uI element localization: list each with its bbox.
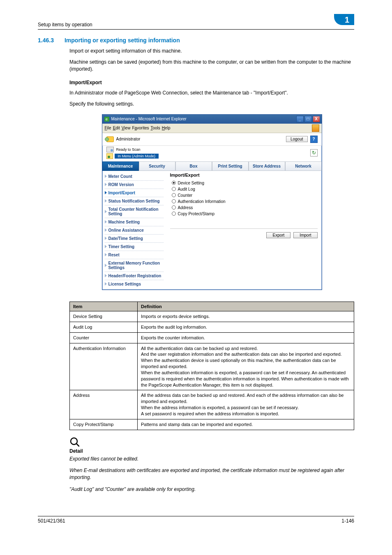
cell-definition: All the address data can be backed up an… (138, 390, 354, 419)
detail-label: Detail (69, 448, 354, 454)
radio-icon (172, 187, 176, 191)
content-title: Import/Export (170, 173, 318, 178)
sidebar-item-meter-count[interactable]: Meter Count (105, 173, 164, 181)
tab-security[interactable]: Security (139, 161, 175, 171)
radio-label: Device Setting (178, 181, 204, 185)
close-button[interactable]: X (313, 116, 320, 122)
detail-icon (69, 437, 354, 447)
chevron-right-icon (105, 228, 107, 232)
radio-authentication-information[interactable]: Authentication Information (170, 198, 318, 205)
sidebar-item-total-counter-notification[interactable]: Total Counter Notification Setting (105, 205, 164, 218)
radio-counter[interactable]: Counter (170, 192, 318, 198)
sidebar-item-label: Timer Setting (108, 244, 135, 249)
sidebar-item-timer-setting[interactable]: Timer Setting (105, 243, 164, 251)
screenshot-window: e Maintenance - Microsoft Internet Explo… (102, 114, 322, 290)
chevron-right-icon (105, 264, 107, 267)
section-number: 1.46.3 (38, 37, 54, 44)
radio-icon (172, 193, 176, 197)
sidebar-item-label: Machine Setting (108, 220, 140, 224)
radio-address[interactable]: Address (170, 205, 318, 211)
th-item: Item (70, 302, 138, 311)
sidebar-item-reset[interactable]: Reset (105, 251, 164, 259)
chapter-badge: 1 (334, 14, 354, 25)
menu-file[interactable]: File (105, 126, 111, 130)
tab-box[interactable]: Box (175, 161, 212, 171)
window-title: Maintenance - Microsoft Internet Explore… (111, 117, 187, 121)
intro-para-1: Import or export setting information of … (69, 48, 354, 55)
chevron-right-icon (105, 183, 107, 186)
chevron-right-icon (105, 237, 107, 240)
menu-edit[interactable]: Edit (113, 126, 120, 130)
tab-maintenance[interactable]: Maintenance (102, 161, 139, 171)
breadcrumb: Setup items by operation (38, 22, 92, 28)
table-row: CounterExports the counter information. (70, 332, 354, 343)
radio-label: Counter (178, 193, 193, 198)
cell-definition: Exports the counter information. (138, 332, 354, 343)
import-button[interactable]: Import (293, 232, 317, 238)
sidebar-item-label: Status Notification Setting (108, 199, 160, 203)
radio-device-setting[interactable]: Device Setting (170, 180, 318, 186)
window-titlebar: e Maintenance - Microsoft Internet Explo… (102, 115, 322, 124)
table-row: Device SettingImports or exports device … (70, 311, 354, 322)
table-row: Copy Protect/StampPatterns and stamp dat… (70, 419, 354, 430)
menu-tools[interactable]: Tools (151, 126, 160, 130)
definition-table: Item Definition Device SettingImports or… (69, 302, 354, 430)
cell-item: Address (70, 390, 138, 419)
minimize-button[interactable]: _ (296, 116, 304, 122)
scanner-icon (106, 147, 114, 152)
sidebar-item-status-notification[interactable]: Status Notification Setting (105, 197, 164, 205)
cell-definition: Imports or exports device settings. (138, 311, 354, 322)
intro-para-2: Machine settings can be saved (exported)… (69, 59, 354, 73)
tab-print-setting[interactable]: Print Setting (212, 161, 249, 171)
instruction-2: Specify the following settings. (69, 101, 354, 108)
sidebar-item-label: Reset (108, 253, 120, 257)
svg-line-1 (76, 444, 79, 446)
cell-definition: Exports the audit log information. (138, 322, 354, 332)
section-title: Importing or exporting setting informati… (65, 37, 180, 44)
logout-button[interactable]: Logout (286, 136, 308, 142)
sidebar-item-import-export[interactable]: Import/Export (105, 189, 164, 197)
content-pane: Import/Export Device Setting Audit Log C… (166, 171, 322, 290)
header-rule (38, 29, 354, 30)
sidebar-item-license-settings[interactable]: License Settings (105, 280, 164, 288)
menu-help[interactable]: Help (162, 126, 171, 130)
refresh-button[interactable]: ↻ (310, 149, 318, 157)
detail-note-2: When E-mail destinations with certificat… (69, 467, 354, 481)
sidebar-item-label: Header/Footer Registration (108, 274, 161, 278)
tab-store-address[interactable]: Store Address (249, 161, 285, 171)
table-row: Audit LogExports the audit log informati… (70, 322, 354, 332)
chevron-right-icon (105, 282, 107, 286)
sidebar-item-label: Import/Export (108, 191, 136, 195)
menu-favorites[interactable]: Favorites (132, 126, 149, 130)
th-definition: Definition (138, 302, 354, 311)
chevron-right-icon (105, 175, 107, 178)
radio-icon (172, 212, 176, 216)
sidebar-item-rom-version[interactable]: ROM Version (105, 181, 164, 189)
cell-item: Copy Protect/Stamp (70, 419, 138, 430)
ready-text: Ready to Scan (116, 147, 141, 152)
menu-view[interactable]: View (122, 126, 131, 130)
sidebar-item-external-memory[interactable]: External Memory Function Settings (105, 259, 164, 272)
detail-note-1: Exported files cannot be edited. (69, 456, 354, 463)
tab-network[interactable]: Network (285, 161, 322, 171)
cell-item: Device Setting (70, 311, 138, 322)
sidebar-item-online-assistance[interactable]: Online Assistance (105, 226, 164, 235)
sidebar-item-datetime-setting[interactable]: Date/Time Setting (105, 235, 164, 243)
sidebar-item-machine-setting[interactable]: Machine Setting (105, 218, 164, 226)
chevron-right-icon (105, 274, 107, 277)
radio-audit-log[interactable]: Audit Log (170, 186, 318, 192)
footer-page-number: 1-146 (341, 518, 354, 524)
maximize-button[interactable]: □ (304, 116, 312, 122)
sidebar-item-label: ROM Version (108, 182, 134, 187)
export-button[interactable]: Export (266, 232, 291, 238)
help-button[interactable]: ? (310, 136, 318, 143)
sidebar-item-header-footer[interactable]: Header/Footer Registration (105, 272, 164, 280)
radio-label: Address (178, 205, 193, 210)
radio-copy-protect-stamp[interactable]: Copy Protect/Stamp (170, 211, 318, 217)
cell-item: Audit Log (70, 322, 138, 332)
admin-label: Administrator (116, 137, 141, 141)
ie-icon: e (104, 116, 110, 122)
radio-icon (172, 199, 176, 203)
detail-note-3: "Audit Log" and "Counter" are available … (69, 486, 354, 493)
chevron-right-icon (105, 253, 107, 256)
